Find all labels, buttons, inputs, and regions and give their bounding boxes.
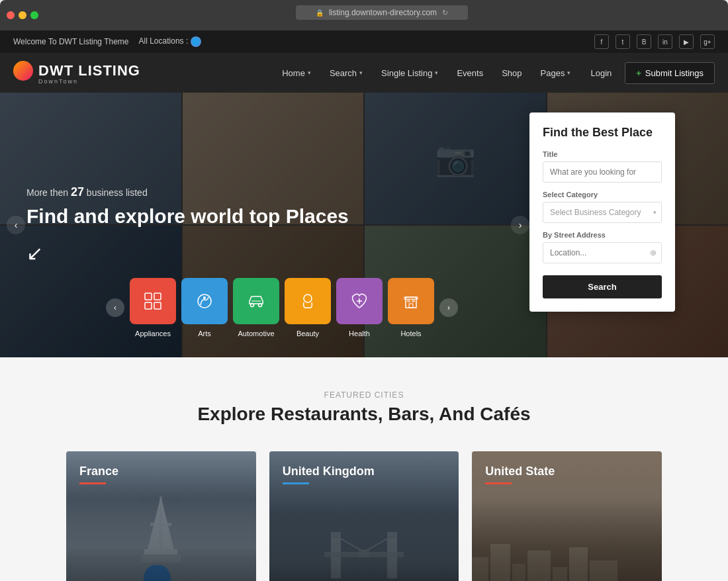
hero-section: 📷 More then 27 business listed Find and … bbox=[0, 93, 728, 357]
top-bar-left: Welcome To DWT Listing Theme All Locatio… bbox=[13, 36, 201, 47]
automotive-icon-box bbox=[233, 278, 279, 324]
svg-rect-0 bbox=[145, 293, 152, 300]
location-input[interactable] bbox=[543, 242, 662, 263]
minimize-dot[interactable] bbox=[19, 11, 26, 19]
hero-cell-3: 📷 bbox=[365, 93, 546, 224]
title-input[interactable] bbox=[543, 161, 662, 183]
logo-icon bbox=[13, 61, 33, 81]
city-card-uk[interactable]: United Kingdom 📍 3 Listings bbox=[269, 451, 459, 581]
hero-content: More then 27 business listed Find and ex… bbox=[26, 185, 349, 265]
featured-section: Featured Cities Explore Restaurants, Bar… bbox=[0, 357, 728, 581]
nav-events[interactable]: Events bbox=[450, 63, 490, 83]
close-dot[interactable] bbox=[7, 11, 15, 19]
address-field-label: By Street Address bbox=[543, 231, 662, 239]
category-beauty[interactable]: Beauty bbox=[285, 278, 331, 337]
search-panel: Find the Best Place Title Select Categor… bbox=[529, 112, 675, 312]
skype-icon[interactable]: B bbox=[637, 34, 651, 49]
appliances-label: Appliances bbox=[135, 330, 171, 337]
cursor-decoration: ↙ bbox=[26, 242, 349, 265]
section-subtitle: Featured Cities bbox=[66, 390, 662, 400]
category-field-label: Select Category bbox=[543, 191, 662, 199]
linkedin-icon[interactable]: in bbox=[658, 34, 672, 49]
category-appliances[interactable]: Appliances bbox=[130, 278, 176, 337]
france-line bbox=[79, 482, 106, 484]
category-select-wrapper: Select Business Category Appliances Arts… bbox=[543, 202, 662, 223]
category-hotels[interactable]: Hotels bbox=[388, 278, 434, 337]
svg-point-8 bbox=[304, 294, 312, 302]
city-card-france[interactable]: 👤 France 📍 4 Listings bbox=[66, 451, 256, 581]
health-icon-box bbox=[336, 278, 383, 324]
france-info: France bbox=[79, 465, 118, 484]
us-info: United State bbox=[485, 465, 555, 484]
hero-title: Find and explore world top Places bbox=[26, 204, 349, 228]
category-next[interactable]: › bbox=[439, 298, 458, 317]
chevron-down-icon: ▾ bbox=[567, 69, 570, 76]
category-prev[interactable]: ‹ bbox=[106, 298, 124, 317]
hero-subtitle: More then 27 business listed bbox=[26, 185, 349, 199]
svg-point-6 bbox=[251, 304, 254, 307]
search-button[interactable]: Search bbox=[543, 275, 662, 298]
svg-point-7 bbox=[259, 304, 262, 307]
svg-rect-1 bbox=[154, 293, 161, 300]
beauty-label: Beauty bbox=[296, 330, 319, 337]
location-wrapper: ⊕ bbox=[543, 242, 662, 263]
us-line bbox=[485, 482, 512, 484]
submit-listings-button[interactable]: + Submit Listings bbox=[625, 62, 715, 84]
svg-rect-9 bbox=[406, 297, 416, 308]
nav-search[interactable]: Search ▾ bbox=[323, 63, 369, 83]
chevron-down-icon: ▾ bbox=[359, 69, 363, 76]
browser-dots: 🔒 listing.downtown-directory.com ↻ bbox=[7, 5, 721, 30]
logo-sub: DownTown bbox=[38, 78, 140, 85]
social-icons: f t B in ▶ g+ bbox=[594, 34, 715, 49]
maximize-dot[interactable] bbox=[30, 11, 38, 19]
automotive-label: Automotive bbox=[238, 330, 274, 337]
nav-login[interactable]: Login bbox=[582, 63, 619, 83]
youtube-icon[interactable]: ▶ bbox=[679, 34, 694, 49]
gplus-icon[interactable]: g+ bbox=[700, 34, 715, 49]
logo-text: DWT LISTING bbox=[38, 62, 140, 79]
title-field-group: Title bbox=[543, 150, 662, 183]
chevron-down-icon: ▾ bbox=[435, 69, 438, 76]
refresh-icon[interactable]: ↻ bbox=[442, 9, 448, 17]
nav-home[interactable]: Home ▾ bbox=[275, 63, 318, 83]
welcome-text: Welcome To DWT Listing Theme bbox=[13, 37, 129, 46]
twitter-icon[interactable]: t bbox=[615, 34, 630, 49]
arts-label: Arts bbox=[198, 330, 211, 337]
svg-rect-10 bbox=[404, 297, 418, 299]
nav-pages[interactable]: Pages ▾ bbox=[534, 63, 578, 83]
category-automotive[interactable]: Automotive bbox=[233, 278, 279, 337]
svg-rect-11 bbox=[408, 300, 410, 302]
logo[interactable]: DWT LISTING DownTown bbox=[13, 61, 140, 85]
category-health[interactable]: Health bbox=[336, 278, 383, 337]
city-card-us[interactable]: United State 📍 9 Listings bbox=[472, 451, 662, 581]
uk-info: United Kingdom bbox=[283, 465, 375, 484]
url-text: listing.downtown-directory.com bbox=[329, 8, 437, 17]
svg-point-5 bbox=[203, 296, 206, 299]
lock-icon: 🔒 bbox=[316, 9, 324, 17]
globe-icon[interactable]: 🌐 bbox=[191, 36, 201, 47]
nav-shop[interactable]: Shop bbox=[495, 63, 528, 83]
nav-single-listing[interactable]: Single Listing ▾ bbox=[375, 63, 445, 83]
nav-bar: DWT LISTING DownTown Home ▾ Search ▾ Sin… bbox=[0, 53, 728, 93]
us-name: United State bbox=[485, 465, 555, 478]
address-field-group: By Street Address ⊕ bbox=[543, 231, 662, 263]
beauty-icon-box bbox=[285, 278, 331, 324]
svg-rect-13 bbox=[409, 304, 413, 308]
svg-rect-2 bbox=[145, 302, 152, 309]
top-bar: Welcome To DWT Listing Theme All Locatio… bbox=[0, 30, 728, 53]
facebook-icon[interactable]: f bbox=[594, 34, 609, 49]
category-arts[interactable]: Arts bbox=[181, 278, 228, 337]
city-grid: 👤 France 📍 4 Listings bbox=[66, 451, 662, 581]
hotels-label: Hotels bbox=[400, 330, 421, 337]
hero-prev-button[interactable]: ‹ bbox=[7, 216, 25, 234]
search-panel-title: Find the Best Place bbox=[543, 126, 662, 140]
address-bar[interactable]: 🔒 listing.downtown-directory.com ↻ bbox=[296, 5, 468, 20]
category-select[interactable]: Select Business Category Appliances Arts… bbox=[543, 202, 662, 223]
nav-links: Home ▾ Search ▾ Single Listing ▾ Events … bbox=[275, 62, 715, 84]
hero-next-button[interactable]: › bbox=[511, 216, 529, 234]
plus-icon: + bbox=[636, 68, 641, 78]
location-crosshair-icon: ⊕ bbox=[650, 248, 657, 257]
hotels-icon-box bbox=[388, 278, 434, 324]
chevron-down-icon: ▾ bbox=[308, 69, 311, 76]
categories: ‹ Appliances Arts Automotive Beauty bbox=[106, 278, 458, 337]
